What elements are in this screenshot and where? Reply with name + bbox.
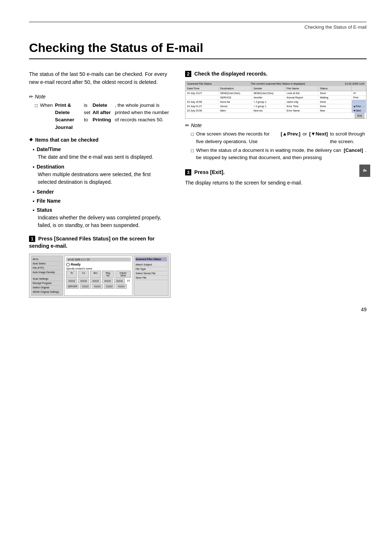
items-heading: Items that can be checked	[29, 137, 171, 143]
screen-page-indicator: 1/1	[126, 279, 131, 283]
note-icon: ✏	[29, 94, 33, 100]
step2-heading: 2 Check the displayed records.	[185, 70, 367, 77]
cell-status: Done	[318, 100, 352, 104]
screen-btns-row1: To Cc Bcc Reg. No. Import Send	[66, 271, 131, 278]
cell-filename: Annual Report	[285, 96, 319, 100]
step3-text: The display returns to the screen for se…	[185, 179, 367, 187]
step2-number: 2	[185, 71, 191, 77]
table-footer: Exit	[185, 113, 366, 118]
note-right-label: ✏ Note	[185, 122, 367, 128]
cell-sender: + 2 group 1	[252, 104, 285, 108]
screen-data-cell: 01010	[92, 284, 103, 289]
screen-data-cell: 01010	[90, 279, 101, 283]
right-column: 2 Check the displayed records. Scanned F…	[185, 70, 367, 194]
cell-filename: name only	[285, 100, 319, 104]
cell-status: Waiting	[318, 96, 352, 100]
screen-receipt-program: Receipt Program	[33, 281, 61, 285]
item-desc-destination: When multiple destinations were selected…	[33, 171, 171, 186]
note-right-content: One screen shows the records for five de…	[185, 130, 367, 161]
note-right: ✏ Note One screen shows the records for …	[185, 122, 367, 161]
step2-table: Scanned File Status The current scanned …	[185, 81, 367, 119]
screen-btn-bcc[interactable]: Bcc	[90, 271, 101, 278]
cell-status: Done	[318, 91, 352, 95]
col-sender: Sender	[252, 86, 285, 91]
screen-left-item: All to	[33, 257, 61, 262]
screen-btn-import[interactable]: Import Send	[115, 271, 131, 278]
table-row: 23 July 25:56 Allen New-Iss Error Name N…	[185, 109, 366, 113]
item-desc-datetime: The date and time the e-mail was sent is…	[33, 153, 171, 161]
screen-btn-regno[interactable]: Reg. No.	[102, 271, 114, 278]
cell-datetime: 23 July 25:56	[185, 109, 219, 113]
item-title-sender: Sender	[33, 189, 171, 195]
item-title-destination: Destination	[33, 164, 171, 170]
step1-screen: All to Auto Select File (FTP) Auto Image…	[29, 254, 171, 298]
chapter-bar: 4	[359, 51, 370, 291]
table-main: Date/Time Destination Sender File Name S…	[185, 86, 366, 118]
screen-page-indicator2	[128, 284, 129, 289]
item-title-filename: File Name	[33, 198, 171, 204]
file-type-label: File Type	[135, 267, 167, 271]
screen-data-cell: 01010	[102, 279, 113, 283]
screen-right-panel: Scanned Files Status Attach Subject File…	[134, 256, 168, 296]
scanned-files-status-btn[interactable]: Scanned Files Status	[135, 257, 167, 262]
items-list: Date/Time The date and time the e-mail w…	[29, 146, 171, 229]
table-row: 23 July 16:56 None Ad + 2 group 1 name o…	[185, 100, 366, 104]
list-item: File Name	[33, 198, 171, 204]
table-row: SERVICE Jennifer Annual Report Waiting P…	[185, 96, 366, 100]
note-left-label: ✏ Note	[29, 94, 171, 100]
step1-heading: 1 Press [Scanned Files Status] on the sc…	[29, 235, 171, 250]
screen-btn-to[interactable]: To	[66, 271, 77, 278]
cell-datetime: 23 July 16:56	[185, 100, 219, 104]
left-column: The status of the last 50 e-mails can be…	[29, 70, 171, 305]
header-title: Checking the Status of E-mail	[29, 24, 367, 30]
cell-dest: Server	[219, 104, 252, 108]
chapter-number: 4	[359, 165, 370, 177]
table-row: 24 July 01:27 Server + 2 group 1 Error T…	[185, 104, 366, 109]
select-stored-file-btn[interactable]: Select Stored File	[135, 271, 167, 276]
step3-block: 3 Press [Exit]. The display returns to t…	[185, 169, 367, 187]
cell-sender: + 2 group 1	[252, 100, 285, 104]
screen-data-row2: SERVER 01010 01010 01010 01010	[66, 284, 131, 289]
screen-data-cell: 01010	[104, 284, 115, 289]
screen-left-item: Auto Image Density	[33, 270, 61, 275]
col-status: Status	[318, 86, 352, 91]
col-filename: File Name	[285, 86, 319, 91]
store-file-btn[interactable]: Store File	[135, 276, 167, 280]
screen-data-cell: SERVER	[66, 284, 79, 289]
items-section: Items that can be checked Date/Time The …	[29, 137, 171, 229]
step1-block: 1 Press [Scanned Files Status] on the sc…	[29, 235, 171, 298]
cell-filename: Error Time	[285, 104, 319, 108]
attach-subject-btn[interactable]: Attach Subject	[135, 263, 167, 267]
col-datetime: Date/Time	[185, 86, 219, 91]
note-left: ✏ Note When Print & Delete Scanner Journ…	[29, 94, 171, 131]
cell-dest: None Ad	[219, 100, 252, 104]
screen-sender-settings: SEND Original Settings	[33, 290, 61, 294]
table-row: 24 July 19:27 SEND(User1Sen) SEND(User1S…	[185, 91, 366, 96]
table-header: Date/Time Destination Sender File Name S…	[185, 86, 366, 91]
cell-status: Done	[318, 104, 352, 108]
screen-select-original: Select Original	[33, 285, 61, 290]
screen-top-bar: 14:42 2009 1:1 / 23	[66, 258, 131, 262]
screen-data-cell: 01010	[116, 284, 127, 289]
list-item: Status Indicates whether the delivery wa…	[33, 207, 171, 229]
cell-datetime	[185, 96, 219, 100]
screen-left-panel: All to Auto Select File (FTP) Auto Image…	[31, 256, 63, 296]
cell-status: New	[318, 109, 352, 113]
cell-sender: SEND(User1Sen)	[252, 91, 285, 95]
screen-main: 14:42 2009 1:1 / 23 ◯ Ready Specify cont…	[64, 256, 132, 296]
cell-sender: New-Iss	[252, 109, 285, 113]
note-left-item: When Print & Delete Scanner Journal is s…	[29, 102, 171, 131]
table-status-label: Scanned File Status	[187, 82, 212, 85]
cell-dest: SERVICE	[219, 96, 252, 100]
screen-left-item: Auto Select	[33, 262, 61, 266]
screen-btn-cc[interactable]: Cc	[78, 271, 89, 278]
screen-ready: ◯ Ready	[66, 263, 131, 266]
step3-number: 3	[185, 169, 191, 175]
note-right-item2: When the status of a document is in wait…	[185, 147, 367, 162]
cell-filename: Error Name	[285, 109, 319, 113]
page-number: 49	[361, 307, 367, 312]
note-left-content: When Print & Delete Scanner Journal is s…	[29, 102, 171, 131]
list-item: Sender	[33, 189, 171, 195]
screen-data-cell: 01010	[66, 279, 77, 283]
step2-block: 2 Check the displayed records. Scanned F…	[185, 70, 367, 161]
